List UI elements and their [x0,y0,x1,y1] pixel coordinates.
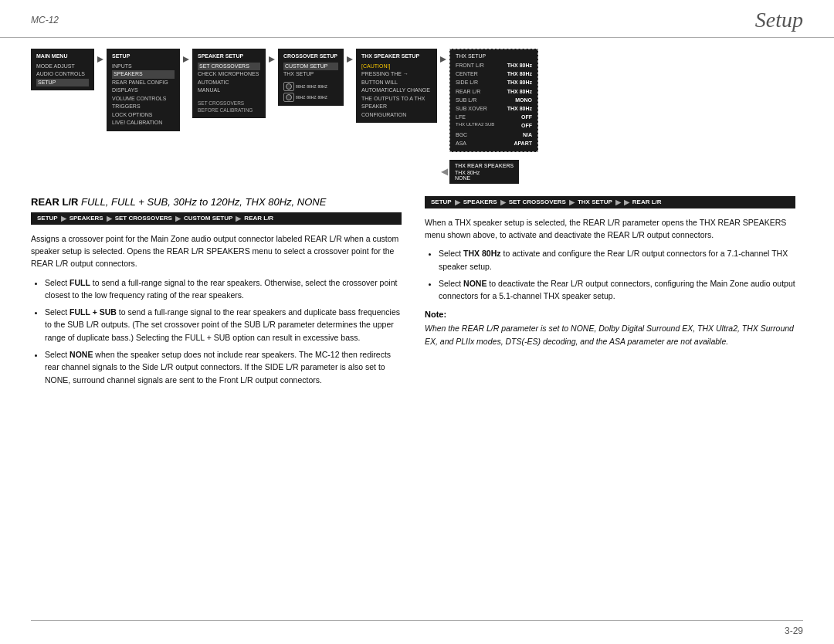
svg-marker-4 [440,56,446,63]
page-number: 3-29 [785,625,803,636]
rear-lr-title: REAR L/R FULL, FULL + SUB, 30Hz to 120Hz… [31,196,402,208]
arrow-2 [180,49,192,64]
menu-box-crossover: CROSSOVER SETUP CUSTOM SETUP THX SETUP 8… [278,49,344,106]
right-body-text: When a THX speaker setup is selected, th… [425,216,795,242]
thx-config: CONFIGURATION [361,111,432,120]
rbc-setup: SETUP [431,198,452,205]
thx-setup-main-title: THX SETUP [456,53,532,59]
page-container: MC-12 Setup MAIN MENU MODE ADJUST AUDIO … [0,0,834,644]
setup-item-triggers: TRIGGERS [112,103,175,111]
speaker-item-crossovers: SET CROSSOVERS [198,63,260,71]
setup-item-inputs: INPUTS [112,63,175,71]
menu-box-speaker: SPEAKER SETUP SET CROSSOVERS CHECK MICRO… [192,49,266,118]
speaker-item-auto: AUTOMATIC [198,79,260,87]
menu-box-thx-speaker: THX SPEAKER SETUP [CAUTION!] PRESSING TH… [356,49,437,123]
arrow-4 [344,49,356,64]
rear-lr-bold: REAR L/R [31,196,78,208]
thx-speaker-label: SPEAKER [361,103,432,111]
thx-rear-title: THX REAR SPEAKERS [455,163,514,168]
bullet-none: Select NONE when the speaker setup does … [45,348,402,386]
svg-marker-2 [269,56,275,63]
col-left: REAR L/R FULL, FULL + SUB, 30Hz to 120Hz… [31,196,402,391]
thx-row-ultra2: THX ULTRA2 SUBOFF [456,121,532,130]
header-title: Setup [755,8,803,32]
thx-rear-item1: THX 80Hz [455,170,514,175]
crossover-title: CROSSOVER SETUP [283,53,338,61]
bc-rear-lr: REAR L/R [244,215,273,222]
rbc-thx-setup: THX SETUP [578,198,612,205]
speaker-setup-title: SPEAKER SETUP [198,53,260,61]
thx-row-sub: SUB L/RMONO [456,96,532,104]
bc-arrow4: ▶ [236,215,241,222]
rbc-set-crossovers: SET CROSSOVERS [509,198,566,205]
rbc-arrow3: ▶ [569,198,575,206]
rbc-rear-lr: REAR L/R [632,198,662,205]
rbc-arrow2: ▶ [500,198,506,206]
thx-outputs: THE OUTPUTS TO A THX [361,95,432,103]
main-content: MAIN MENU MODE ADJUST AUDIO CONTROLS SET… [0,38,834,406]
svg-marker-0 [97,56,103,63]
speaker-item-set2: SET CROSSOVERS [198,100,260,107]
bc-set-crossovers: SET CROSSOVERS [115,215,172,222]
header-model: MC-12 [31,15,59,25]
bc-speakers: SPEAKERS [70,215,103,222]
thx-row-rear: REAR L/RTHX 80Hz [456,87,532,96]
left-bullet-list: Select FULL to send a full-range signal … [45,276,402,386]
setup-item-displays: DISPLAYS [112,86,175,95]
bullet-thx-80: Select THX 80Hz to activate and configur… [439,247,795,273]
right-bullet-list: Select THX 80Hz to activate and configur… [439,247,795,302]
menu-boxes-row: MAIN MENU MODE ADJUST AUDIO CONTROLS SET… [31,49,803,184]
setup-item-lock: LOCK OPTIONS [112,111,175,120]
bullet-none-right: Select NONE to deactivate the Rear L/R o… [439,277,795,303]
speaker-item-before: BEFORE CALIBRATING [198,107,260,114]
setup-item-rear: REAR PANEL CONFIG [112,79,175,87]
svg-marker-1 [183,56,189,63]
thx-right-section: THX SETUP FRONT L/RTHX 80Hz CENTERTHX 80… [449,49,538,184]
footer: 3-29 [31,620,803,636]
setup-item-live: LIVE! CALIBRATION [112,119,175,127]
left-body-text: Assigns a crossover point for the Main Z… [31,232,402,270]
rbc-arrow4: ▶ [615,198,621,206]
crossover-item-thx: THX SETUP [283,70,338,79]
thx-row-asa: ASAAPART [456,139,532,147]
arrow-1 [94,49,107,64]
note-text: When the REAR L/R parameter is set to NO… [425,322,795,347]
main-menu-title: MAIN MENU [36,53,89,61]
thx-row-bgc: BGCN/A [456,130,532,139]
rbc-arrow1: ▶ [455,198,460,206]
bullet-full-sub: Select FULL + SUB to send a full-range s… [45,306,402,344]
bc-arrow1: ▶ [61,215,66,222]
thx-rear-item2: NONE [455,175,514,181]
rear-lr-options: FULL, FULL + SUB, 30Hz to 120Hz, THX 80H… [81,196,326,208]
note-section: Note: When the REAR L/R parameter is set… [425,310,795,347]
svg-marker-3 [347,56,353,63]
crossover-section: CROSSOVER SETUP CUSTOM SETUP THX SETUP 8… [278,49,344,106]
thx-button: BUTTON WILL [361,79,432,87]
thx-pressing: PRESSING THE → [361,70,432,79]
thx-row-center: CENTERTHX 80Hz [456,69,532,78]
thx-row-lfe: LFEOFF [456,113,532,121]
thx-speaker-title: THX SPEAKER SETUP [361,53,432,61]
crossover-item-custom: CUSTOM SETUP [283,63,338,71]
main-menu-item-audio: AUDIO CONTROLS [36,70,89,79]
breadcrumb-left: SETUP ▶ SPEAKERS ▶ SET CROSSOVERS ▶ CUST… [31,212,402,225]
thx-row-front: FRONT L/RTHX 80Hz [456,61,532,69]
speaker-item-mic: CHECK MICROPHONES [198,70,260,79]
thx-row-side: SIDE L/RTHX 80Hz [456,78,532,86]
menu-box-main: MAIN MENU MODE ADJUST AUDIO CONTROLS SET… [31,49,94,90]
bc-setup: SETUP [37,215,58,222]
arrow-3 [266,49,278,64]
thx-setup-box: THX SETUP FRONT L/RTHX 80Hz CENTERTHX 80… [449,49,538,152]
arrow-5 [437,49,449,64]
menu-box-setup: SETUP INPUTS SPEAKERS REAR PANEL CONFIG … [107,49,180,131]
note-heading: Note: [425,310,795,319]
thx-rear-arrow-row: ◀ THX REAR SPEAKERS THX 80Hz NONE [449,155,519,184]
bc-custom-setup: CUSTOM SETUP [184,215,232,222]
thx-caution: [CAUTION!] [361,63,432,71]
thx-rear-box: ◀ THX REAR SPEAKERS THX 80Hz NONE [449,160,519,184]
two-col: REAR L/R FULL, FULL + SUB, 30Hz to 120Hz… [31,196,803,391]
bullet-full: Select FULL to send a full-range signal … [45,276,402,302]
breadcrumb-right: SETUP ▶ SPEAKERS ▶ SET CROSSOVERS ▶ THX … [425,196,795,208]
thx-auto-change: AUTOMATICALLY CHANGE [361,86,432,95]
bc-arrow3: ▶ [175,215,181,222]
